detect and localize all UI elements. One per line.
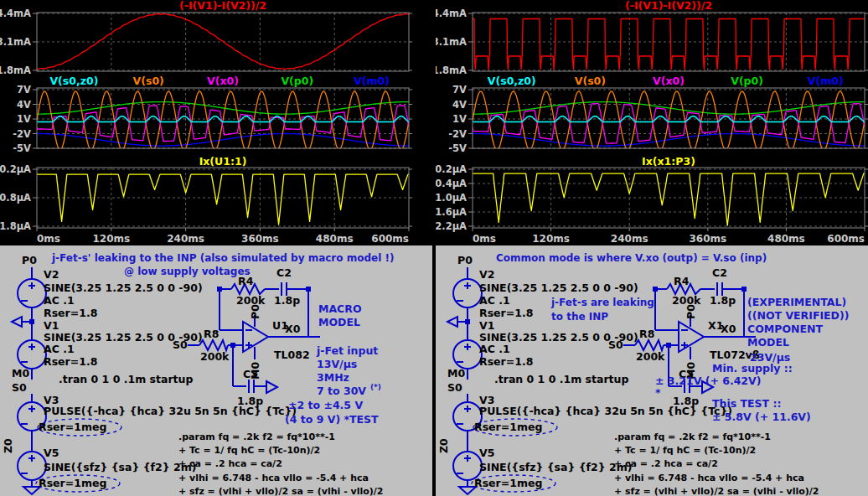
y-tick-label: -0.8µA: [0, 192, 31, 204]
schematic-text: 200k: [636, 350, 665, 363]
schematic-text: SINE(3.25 1.25 2.5 0 0 -90): [44, 282, 203, 294]
schematic-text: Rser=1meg: [39, 477, 106, 489]
schematic-text: 3MHz: [317, 371, 349, 384]
schematic-text: 1.8p: [237, 395, 263, 407]
schematic-text: V1: [479, 319, 494, 332]
schematic-text: SINE({sfz} {sa} {f2} 2m): [44, 461, 196, 473]
y-tick-label: 4.4mA: [0, 8, 31, 19]
legend-V(x0)[interactable]: V(x0): [653, 76, 685, 87]
schematic-text: P0: [249, 304, 261, 319]
y-tick-labels: 4.4mA3.1mA1.8mA: [0, 8, 31, 76]
x-tick-label: 0ms: [473, 233, 496, 245]
schematic-text: Min. supply ::: [712, 362, 793, 375]
x-tick-label: 480ms: [316, 233, 354, 245]
schematic-text: ((NOT VERIFIED)): [747, 309, 849, 322]
schematic-text: + sfz = (vlhi + vllo)/2 sa = (vlhi - vll…: [614, 486, 819, 496]
schematic-text: + Tc = 1/ fq hC = (Tc-10n)/2: [614, 445, 756, 456]
schematic-text: .param fq = .2k f2 = fq*10**-1: [178, 431, 335, 442]
schematic-text: 200k: [200, 350, 230, 363]
x-tick-label: 120ms: [92, 233, 130, 245]
schematic-right[interactable]: Common mode is where V.xo (outp) = V.so …: [436, 245, 868, 496]
schematic-text: 7 to 30V: [317, 385, 366, 397]
plot-title: (-I(V1)-I(V2))/2: [625, 0, 712, 12]
x-tick-label: 240ms: [611, 233, 648, 245]
schematic-text: C2: [276, 266, 292, 279]
plot-(-I(V1)-I(V2))/2[interactable]: 4.4mA3.1mA1.8mA(-I(V1)-I(V2))/2: [436, 0, 868, 76]
schematic-text: AC .1: [44, 294, 75, 307]
waveform-pane-right[interactable]: 4.4mA3.1mA1.8mA(-I(V1)-I(V2))/27V4V1V-2V…: [436, 0, 868, 245]
schematic-text: V5: [479, 447, 494, 459]
schematic-text: @ low supply voltages: [124, 266, 251, 277]
schematic-text: M0: [447, 367, 465, 380]
y-tick-label: 1V: [452, 113, 467, 125]
x-tick-label: 120ms: [532, 233, 570, 245]
schematic-text: (*): [370, 383, 381, 391]
schematic-text: .param fq = .2k f2 = fq*10**-1: [614, 431, 771, 442]
schematic-text: SINE(3.25 1.25 2.5 0 0 -90): [479, 282, 638, 294]
schematic-text: .tran 0 1 0 .1m startup: [59, 373, 193, 385]
schematic-text: + vlhi = 6.748 - hca vllo = -5.4 + hca: [614, 473, 804, 483]
schematic-text: AC .1: [479, 294, 510, 307]
y-tick-label: -5V: [13, 142, 31, 154]
legend-V(s0,z0)[interactable]: V(s0,z0): [488, 76, 536, 87]
schematic-text: Z0: [437, 438, 450, 453]
y-tick-label: -1.6µA: [436, 206, 467, 218]
schematic-text: Z0: [2, 438, 14, 453]
schematic-text: ± 3.21V (+ 6.42V): [655, 375, 761, 387]
y-tick-label: -0.4µA: [436, 178, 467, 189]
y-tick-label: 4V: [452, 99, 467, 111]
schematic-text: j-Fet-s are leaking: [550, 297, 654, 308]
y-tick-label: -2.2µA: [436, 220, 467, 232]
schematic-text: This TEST ::: [712, 397, 781, 410]
schematic-text: P0: [685, 304, 697, 319]
x-tick-label: 360ms: [689, 233, 726, 245]
schematic-text: C3: [243, 368, 258, 380]
schematic-text: SINE({sfz} {sa} {f2} 2m): [479, 461, 632, 473]
plot-Ix(x1:P3)[interactable]: 0.2µA-0.4µA-1.0µA-1.6µA-2.2µA0ms120ms240…: [436, 155, 868, 245]
schematic-text: Rser=1meg: [39, 421, 106, 433]
schematic-text: (EXPERIMENTAL): [747, 296, 846, 308]
legend-V(p0)[interactable]: V(p0): [281, 76, 313, 87]
waveform-pane-left[interactable]: 4.4mA3.1mA1.8mA(-I(V1)-I(V2))/27V4V1V-2V…: [0, 0, 432, 245]
y-tick-label: 1.8mA: [436, 65, 467, 76]
schematic-text: MODEL: [318, 316, 360, 328]
schematic-text: + ca = .2 hca = ca/2: [178, 458, 282, 469]
legend-V(s0)[interactable]: V(s0): [133, 76, 164, 87]
y-tick-label: 1V: [17, 113, 31, 125]
schematic-text: + ca = .2 hca = ca/2: [614, 458, 718, 469]
plot-(-I(V1)-I(V2))/2[interactable]: 4.4mA3.1mA1.8mA(-I(V1)-I(V2))/2: [0, 0, 432, 76]
x-tick-label: 600ms: [827, 233, 865, 245]
schematic-text: V2: [479, 268, 494, 281]
legend-V(m0)[interactable]: V(m0): [354, 76, 390, 87]
plot-Ix(U1:1)[interactable]: 0.2µA-0.8µA-1.8µA0ms120ms240ms360ms480ms…: [0, 155, 432, 245]
schematic-text: P0: [457, 254, 473, 266]
plot-traces[interactable]: 7V4V1V-2V-5VV(s0,z0)V(s0)V(x0)V(p0)V(m0): [436, 76, 868, 155]
schematic-text: Rser=1.8: [479, 355, 533, 368]
legend-V(m0)[interactable]: V(m0): [808, 76, 844, 87]
y-tick-labels: 0.2µA-0.4µA-1.0µA-1.6µA-2.2µA: [436, 163, 467, 232]
legend-V(p0)[interactable]: V(p0): [731, 76, 763, 87]
schematic-text: V5: [44, 447, 59, 459]
y-tick-label: 0.2µA: [436, 163, 467, 175]
y-tick-label: 0.2µA: [0, 163, 31, 175]
schematic-text: R4: [674, 275, 690, 287]
legend-V(s0,z0)[interactable]: V(s0,z0): [49, 76, 98, 87]
schematic-text: to the INP: [551, 311, 608, 323]
y-tick-label: -5V: [448, 142, 467, 154]
schematic-left[interactable]: j-Fet-s' leaking to the INP (also simula…: [0, 245, 432, 496]
plot-title: (-I(V1)-I(V2))/2: [179, 0, 266, 12]
plot-background: [436, 155, 868, 245]
plot-traces[interactable]: 7V4V1V-2V-5VV(s0,z0)V(s0)V(x0)V(p0)V(m0): [0, 76, 432, 155]
schematic-text: Rser=1meg: [474, 477, 542, 489]
schematic-text: ± 5.8V (+ 11.6V): [712, 411, 811, 423]
schematic-text: S0: [608, 338, 623, 351]
schematic-text: 1.8p: [673, 395, 699, 407]
schematic-text: j-Fet input: [316, 344, 378, 357]
schematic-text: C2: [712, 266, 727, 279]
schematic-text: Rser=1.8: [44, 307, 97, 319]
schematic-text: + vlhi = 6.748 - hca vllo = -5.4 + hca: [178, 473, 369, 483]
x-tick-label: 0ms: [37, 233, 60, 245]
legend-V(x0)[interactable]: V(x0): [207, 76, 239, 87]
schematic-text: + Tc = 1/ fq hC = (Tc-10n)/2: [178, 445, 320, 456]
legend-V(s0)[interactable]: V(s0): [575, 76, 606, 87]
